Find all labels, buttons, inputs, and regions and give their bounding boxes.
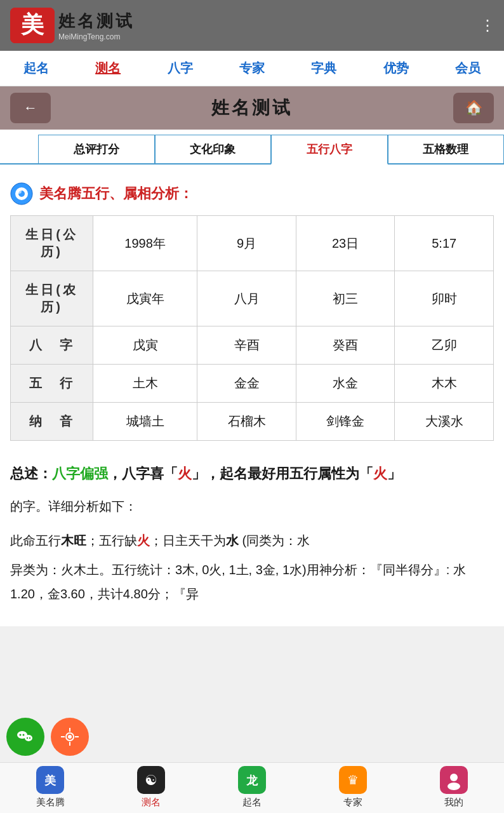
summary-body: 的字。详细分析如下： <box>10 494 494 518</box>
svg-text:美: 美 <box>44 774 56 787</box>
body3: ；日主天干为 <box>150 534 226 548</box>
logo-sub-text: MeiMingTeng.com <box>58 32 135 41</box>
bazi-4: 乙卯 <box>395 326 494 365</box>
solar-month: 9月 <box>197 216 296 271</box>
wode-icon <box>440 766 468 794</box>
label-wuxing: 五 行 <box>11 365 93 403</box>
table-row: 生日(公历) 1998年 9月 23日 5:17 <box>11 216 494 271</box>
label-lunar: 生日(农历) <box>11 271 93 326</box>
bottom-nav-meimingteng[interactable]: 美 美名腾 <box>18 766 82 809</box>
lunar-day: 初三 <box>296 271 395 326</box>
bottom-label-qiming: 起名 <box>242 796 262 809</box>
nav-item-huiyuan[interactable]: 会员 <box>450 57 486 79</box>
bottom-nav-qiming[interactable]: 龙 起名 <box>220 766 284 809</box>
svg-text:♛: ♛ <box>347 773 359 787</box>
nav-bar: 起名 测名 八字 专家 字典 优势 会员 <box>0 51 504 86</box>
app-header: 美 姓名测试 MeiMingTeng.com ⋮ <box>0 0 504 51</box>
bottom-nav-wode[interactable]: 我的 <box>422 766 486 809</box>
summary-bracket2: 」 <box>387 466 401 481</box>
bazi-2: 辛酉 <box>197 326 296 365</box>
home-button[interactable]: 🏠 <box>453 93 494 123</box>
camera-button[interactable] <box>51 718 89 756</box>
tabs-container: 总评打分 文化印象 五行八字 五格数理 <box>0 130 504 165</box>
wuxing-3: 水金 <box>296 365 395 403</box>
table-row: 生日(农历) 戊寅年 八月 初三 卯时 <box>11 271 494 326</box>
summary-section: 总述：八字偏强，八字喜「火」，起名最好用五行属性为「火」 的字。详细分析如下： … <box>10 451 494 616</box>
svg-point-11 <box>29 737 30 739</box>
nayin-4: 大溪水 <box>395 403 494 441</box>
nav-item-bazi[interactable]: 八字 <box>162 57 198 79</box>
summary-tail: 的字。详细分析如下： <box>10 499 137 513</box>
highlight-fire2: 火 <box>373 466 387 481</box>
section-icon <box>10 182 33 205</box>
ceming-icon: ☯ <box>137 766 165 794</box>
summary-title: 总述：八字偏强，八字喜「火」，起名最好用五行属性为「火」 <box>10 461 494 487</box>
section-title: 美名腾五行、属相分析： <box>10 182 494 205</box>
table-row: 纳 音 城墙土 石榴木 剑锋金 大溪水 <box>11 403 494 441</box>
lunar-month: 八月 <box>197 271 296 326</box>
lunar-year: 戊寅年 <box>93 271 197 326</box>
summary-bracket1: 」，起名最好用五行属性为「 <box>192 466 373 481</box>
nav-item-qiming[interactable]: 起名 <box>18 57 54 79</box>
svg-point-29 <box>448 783 460 790</box>
nav-item-zhuanjia[interactable]: 专家 <box>234 57 270 79</box>
bottom-label-ceming: 测名 <box>142 796 161 809</box>
lunar-time: 卯时 <box>395 271 494 326</box>
summary-comma1: ，八字喜「 <box>108 466 178 481</box>
logo: 美 姓名测试 MeiMingTeng.com <box>10 8 135 43</box>
body-bold2: 火 <box>137 534 150 548</box>
page-title: 姓名测试 <box>211 96 293 120</box>
svg-text:美: 美 <box>20 11 44 37</box>
nav-item-youshi[interactable]: 优势 <box>378 57 414 79</box>
nayin-2: 石榴木 <box>197 403 296 441</box>
table-row: 八 字 戊寅 辛酉 癸酉 乙卯 <box>11 326 494 365</box>
wechat-button[interactable] <box>6 718 44 756</box>
logo-icon: 美 <box>10 8 55 43</box>
menu-dots[interactable]: ⋮ <box>480 18 494 33</box>
bazi-1: 戊寅 <box>93 326 197 365</box>
content-area: 美名腾五行、属相分析： 生日(公历) 1998年 9月 23日 5:17 生日(… <box>0 165 504 626</box>
page-title-bar: ← 姓名测试 🏠 <box>0 86 504 130</box>
svg-text:龙: 龙 <box>246 774 258 787</box>
bazi-3: 癸酉 <box>296 326 395 365</box>
tab-zongpingdafen[interactable]: 总评打分 <box>38 135 155 163</box>
bottom-label-zhuanjia: 专家 <box>343 796 362 809</box>
bottom-label-meimingteng: 美名腾 <box>36 796 65 809</box>
wuxing-1: 土木 <box>93 365 197 403</box>
tab-wenhuayinxiang[interactable]: 文化印象 <box>155 135 272 163</box>
highlight-fire1: 火 <box>178 466 192 481</box>
svg-point-5 <box>17 189 22 194</box>
tab-wuxingbazi[interactable]: 五行八字 <box>271 135 388 165</box>
zhuanjia-icon: ♛ <box>339 766 367 794</box>
nav-item-zidian[interactable]: 字典 <box>306 57 342 79</box>
wuxing-4: 木木 <box>395 365 494 403</box>
info-table: 生日(公历) 1998年 9月 23日 5:17 生日(农历) 戊寅年 八月 初… <box>10 215 494 441</box>
svg-point-9 <box>25 735 32 741</box>
summary-detail2: 异类为：火木土。五行统计：3木, 0火, 1土, 3金, 1水)用神分析：『同半… <box>10 558 494 606</box>
bottom-nav-ceming[interactable]: ☯ 测名 <box>119 766 183 809</box>
bottom-nav-zhuanjia[interactable]: ♛ 专家 <box>321 766 385 809</box>
tab-wugeshu[interactable]: 五格数理 <box>388 135 505 163</box>
section-title-text: 美名腾五行、属相分析： <box>39 184 193 203</box>
bottom-label-wode: 我的 <box>444 796 463 809</box>
back-button[interactable]: ← <box>10 93 51 123</box>
label-solar: 生日(公历) <box>11 216 93 271</box>
highlight-bazi-pian: 八字偏强 <box>52 466 108 481</box>
overlay-icons <box>6 718 89 756</box>
body-bold3: 水 <box>226 534 239 548</box>
svg-point-28 <box>450 774 458 781</box>
meimingteng-icon: 美 <box>36 766 64 794</box>
svg-point-7 <box>20 734 22 736</box>
svg-text:☯: ☯ <box>145 772 157 788</box>
wuxing-2: 金金 <box>197 365 296 403</box>
nav-item-ceming[interactable]: 测名 <box>90 57 126 79</box>
solar-day: 23日 <box>296 216 395 271</box>
body5: 异类为：火木土。五行统计：3木, 0火, 1土, 3金, 1水)用神分析：『同半… <box>10 563 466 601</box>
label-nayin: 纳 音 <box>11 403 93 441</box>
svg-point-14 <box>68 735 72 739</box>
body2: ；五行缺 <box>86 534 137 548</box>
bottom-nav: 美 美名腾 ☯ 测名 龙 起名 ♛ 专家 <box>0 762 504 813</box>
summary-detail: 此命五行木旺；五行缺火；日主天干为水 (同类为：水 <box>10 528 494 553</box>
label-bazi: 八 字 <box>11 326 93 365</box>
svg-point-10 <box>27 737 28 739</box>
